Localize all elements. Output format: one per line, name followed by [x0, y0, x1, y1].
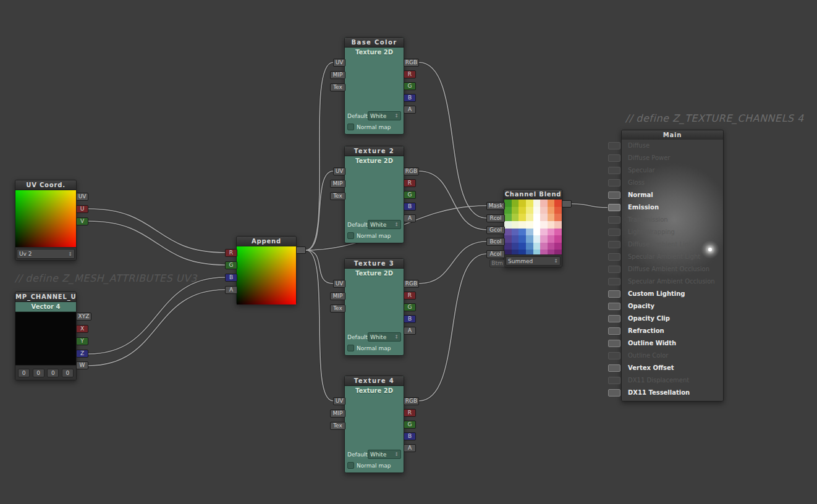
blend-mode-dropdown[interactable]: Summed ↕: [506, 256, 561, 266]
value-field-2[interactable]: 0: [47, 369, 59, 377]
wire[interactable]: [88, 221, 225, 265]
wire[interactable]: [419, 62, 486, 218]
port-g[interactable]: G: [225, 261, 237, 269]
uv-channel-dropdown[interactable]: Uv 2 ↕: [17, 249, 75, 259]
wire[interactable]: [419, 242, 486, 284]
port-custom-lighting[interactable]: [608, 290, 620, 298]
port-opacity[interactable]: [608, 303, 620, 310]
node-title[interactable]: MP_CHANNEL_U: [15, 292, 76, 302]
port-tex[interactable]: Tex: [330, 83, 345, 91]
wire[interactable]: [88, 290, 225, 366]
port-r[interactable]: R: [404, 179, 416, 187]
port-append-output[interactable]: [296, 246, 306, 254]
normal-map-checkbox[interactable]: [347, 124, 354, 130]
port-xyz[interactable]: XYZ: [76, 313, 91, 321]
port-mip[interactable]: MIP: [330, 180, 345, 188]
port-uv[interactable]: UV: [76, 193, 88, 201]
default-color-dropdown[interactable]: White↕: [368, 111, 401, 120]
node-title[interactable]: Channel Blend: [504, 190, 562, 200]
port-z[interactable]: Z: [76, 350, 88, 358]
port-rgb[interactable]: RGB: [404, 397, 419, 405]
port-tex[interactable]: Tex: [330, 304, 345, 313]
port-mask[interactable]: Mask: [486, 202, 505, 210]
port-diffuse-power[interactable]: [608, 154, 620, 162]
port-y[interactable]: Y: [76, 337, 88, 345]
port-uv[interactable]: UV: [333, 59, 345, 67]
port-rcol[interactable]: Rcol: [486, 214, 505, 222]
port-normal[interactable]: [608, 191, 620, 199]
node-uv-coord[interactable]: UV Coord. Uv 2 ↕ UVUV: [15, 180, 77, 261]
default-color-dropdown[interactable]: White↕: [368, 450, 401, 459]
port-vertex-offset[interactable]: [608, 364, 620, 372]
port-g[interactable]: G: [404, 191, 416, 199]
default-color-dropdown[interactable]: White↕: [368, 220, 401, 229]
wire[interactable]: [306, 250, 333, 284]
port-b[interactable]: B: [404, 315, 416, 323]
normal-map-checkbox[interactable]: [347, 462, 354, 469]
wire[interactable]: [572, 204, 607, 208]
node-main[interactable]: Main DiffuseDiffuse PowerSpecularGlossNo…: [621, 130, 724, 401]
port-gcol[interactable]: Gcol: [486, 226, 505, 234]
value-field-1[interactable]: 0: [33, 369, 44, 377]
node-append[interactable]: Append RGBA: [236, 236, 297, 304]
wire[interactable]: [88, 209, 225, 253]
port-x[interactable]: X: [76, 325, 88, 333]
port-mip[interactable]: MIP: [330, 410, 345, 418]
port-opacity-clip[interactable]: [608, 315, 620, 322]
node-texture-2[interactable]: Texture 2Texture 2DDefaultWhite↕Normal m…: [344, 146, 404, 243]
port-rgb[interactable]: RGB: [404, 280, 419, 288]
port-r[interactable]: R: [404, 70, 416, 78]
port-diffuse-ambient-light[interactable]: [608, 241, 620, 248]
port-u[interactable]: U: [76, 205, 88, 213]
node-title[interactable]: Texture 3: [345, 259, 404, 269]
port-g[interactable]: G: [404, 421, 416, 429]
port-a[interactable]: A: [404, 214, 416, 222]
port-uv[interactable]: UV: [333, 280, 345, 288]
port-a[interactable]: A: [404, 444, 416, 452]
port-b[interactable]: B: [404, 203, 416, 211]
normal-map-checkbox[interactable]: [347, 232, 354, 239]
port-r[interactable]: R: [404, 409, 416, 417]
value-field-3[interactable]: 0: [62, 369, 74, 377]
port-diffuse-ambient-occlusion[interactable]: [608, 266, 620, 273]
node-title[interactable]: Main: [622, 130, 723, 140]
node-base-color[interactable]: Base ColorTexture 2DDefaultWhite↕Normal …: [344, 37, 404, 135]
node-channel-blend[interactable]: Channel Blend Summed ↕ MaskRcolGcolBcolA…: [504, 189, 562, 267]
port-r[interactable]: R: [404, 292, 416, 300]
port-tex[interactable]: Tex: [330, 422, 345, 430]
port-bcol[interactable]: Bcol: [486, 238, 505, 246]
port-light-wrapping[interactable]: [608, 229, 620, 236]
port-rgb[interactable]: RGB: [404, 167, 419, 175]
port-a[interactable]: A: [404, 327, 416, 335]
node-graph-canvas[interactable]: // define Z_MESH_ATTRIBUTES UV3 // defin…: [0, 0, 817, 504]
port-transmission[interactable]: [608, 216, 620, 224]
port-uv[interactable]: UV: [333, 167, 345, 175]
port-acol[interactable]: Acol: [486, 250, 505, 258]
wire[interactable]: [306, 250, 333, 401]
port-blend-output[interactable]: [562, 200, 572, 208]
node-texture-4[interactable]: Texture 4Texture 2DDefaultWhite↕Normal m…: [344, 376, 404, 473]
port-outline-width[interactable]: [608, 340, 620, 347]
port-r[interactable]: R: [225, 249, 237, 257]
port-emission[interactable]: [608, 204, 620, 211]
value-field-0[interactable]: 0: [18, 369, 30, 377]
node-title[interactable]: Texture 2: [345, 146, 404, 156]
wire[interactable]: [419, 171, 486, 230]
port-gloss[interactable]: [608, 179, 620, 187]
port-b[interactable]: B: [225, 274, 237, 282]
wire[interactable]: [88, 277, 225, 354]
port-a[interactable]: A: [404, 106, 416, 114]
node-title[interactable]: UV Coord.: [15, 180, 76, 190]
port-a[interactable]: A: [225, 286, 237, 294]
node-title[interactable]: Append: [237, 237, 296, 246]
port-v[interactable]: V: [76, 217, 88, 225]
port-g[interactable]: G: [404, 82, 416, 90]
node-title[interactable]: Texture 4: [345, 376, 404, 386]
port-refraction[interactable]: [608, 327, 620, 335]
port-b[interactable]: B: [404, 432, 416, 440]
port-uv[interactable]: UV: [333, 397, 345, 405]
node-vector4[interactable]: MP_CHANNEL_U Vector 4 0000 XYZXYZW: [15, 292, 77, 380]
port-dx11-tessellation[interactable]: [608, 389, 620, 397]
port-outline-color[interactable]: [608, 352, 620, 359]
port-diffuse[interactable]: [608, 142, 620, 149]
